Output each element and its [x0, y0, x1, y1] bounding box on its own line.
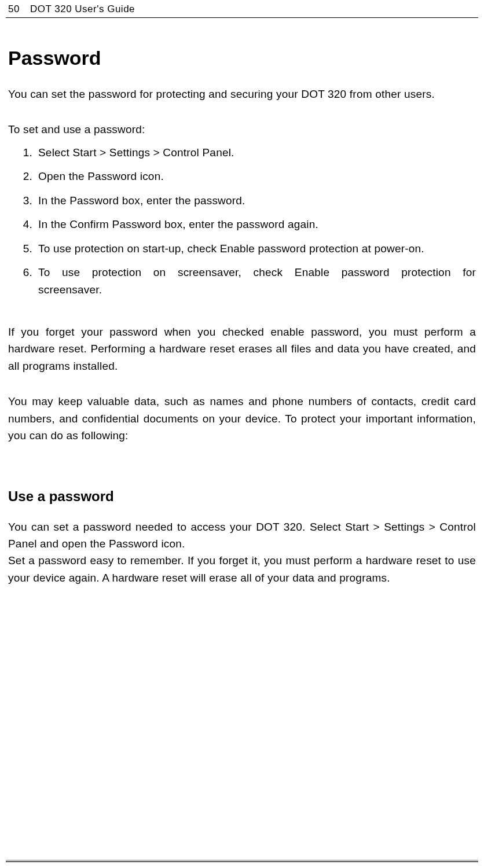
use-password-para1: You can set a password needed to access …: [8, 518, 476, 553]
password-steps-list: 1. Select Start > Settings > Control Pan…: [8, 144, 476, 298]
list-text: To use protection on start-up, check Ena…: [38, 242, 424, 255]
list-number: 6.: [15, 264, 32, 281]
list-item: 4. In the Confirm Password box, enter th…: [38, 216, 476, 233]
valuable-data-text: You may keep valuable data, such as name…: [8, 393, 476, 444]
forget-password-text: If you forget your password when you che…: [8, 323, 476, 374]
list-number: 4.: [15, 216, 32, 233]
password-intro-text: You can set the password for protecting …: [8, 86, 476, 102]
list-text-line2: screensaver.: [38, 281, 476, 298]
list-item: 5. To use protection on start-up, check …: [38, 240, 476, 257]
list-number: 1.: [15, 144, 32, 161]
steps-intro-text: To set and use a password:: [8, 121, 476, 138]
list-item: 2. Open the Password icon.: [38, 168, 476, 185]
list-number: 3.: [15, 192, 32, 209]
list-item: 1. Select Start > Settings > Control Pan…: [38, 144, 476, 161]
list-number: 2.: [15, 168, 32, 185]
page-header: 50 DOT 320 User's Guide: [6, 0, 478, 18]
list-text: In the Confirm Password box, enter the p…: [38, 218, 318, 230]
list-item: 3. In the Password box, enter the passwo…: [38, 192, 476, 209]
page-content: Password You can set the password for pr…: [6, 47, 478, 586]
list-text-line1: To use protection on screensaver, check …: [38, 264, 476, 281]
list-number: 5.: [15, 240, 32, 257]
section-heading-use-password: Use a password: [8, 488, 476, 505]
list-text: Open the Password icon.: [38, 170, 164, 182]
list-item: 6. To use protection on screensaver, che…: [38, 264, 476, 298]
list-text: Select Start > Settings > Control Panel.: [38, 146, 234, 159]
footer-divider: [6, 860, 478, 862]
guide-title: DOT 320 User's Guide: [30, 3, 135, 15]
page-number: 50: [6, 3, 20, 15]
section-heading-password: Password: [8, 47, 476, 69]
use-password-para2: Set a password easy to remember. If you …: [8, 552, 476, 586]
list-text: In the Password box, enter the password.: [38, 194, 245, 207]
